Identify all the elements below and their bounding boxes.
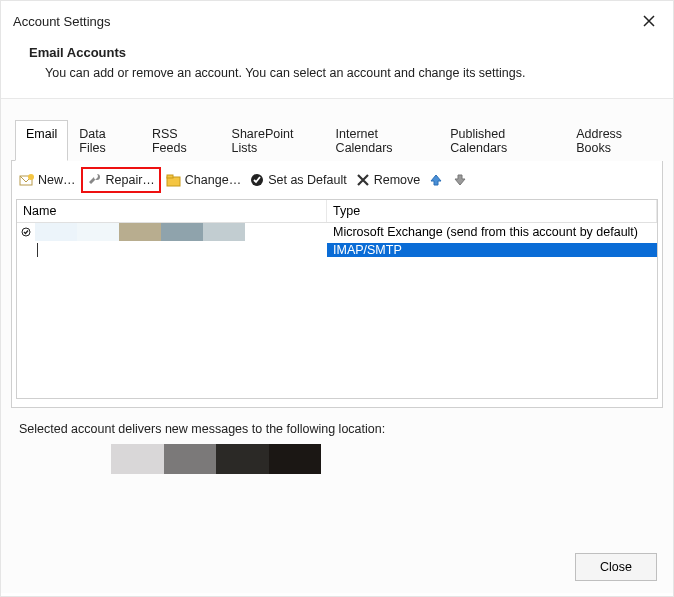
move-down-button[interactable]	[449, 170, 471, 190]
check-circle-icon	[249, 172, 265, 188]
default-account-icon	[17, 227, 35, 237]
swatch	[203, 223, 245, 241]
tab-internet-calendars[interactable]: Internet Calendars	[325, 120, 440, 161]
x-icon	[355, 172, 371, 188]
remove-label: Remove	[374, 173, 421, 187]
repair-button[interactable]: Repair…	[84, 170, 158, 190]
change-button[interactable]: Change…	[163, 170, 244, 190]
titlebar: Account Settings	[1, 1, 673, 37]
account-name-redacted	[35, 223, 327, 241]
remove-button[interactable]: Remove	[352, 170, 424, 190]
column-name[interactable]: Name	[17, 200, 327, 222]
tab-rss-feeds[interactable]: RSS Feeds	[141, 120, 221, 161]
folder-change-icon	[166, 172, 182, 188]
svg-point-1	[28, 174, 34, 180]
wrench-icon	[87, 172, 103, 188]
svg-rect-3	[167, 175, 173, 178]
delivery-message: Selected account delivers new messages t…	[11, 408, 663, 444]
swatch	[216, 444, 269, 474]
dialog-body: Email Data Files RSS Feeds SharePoint Li…	[1, 98, 673, 593]
text-caret	[37, 243, 38, 257]
swatch	[77, 223, 119, 241]
header-description: You can add or remove an account. You ca…	[29, 66, 645, 80]
account-settings-window: Account Settings Email Accounts You can …	[0, 0, 674, 597]
header-block: Email Accounts You can add or remove an …	[1, 37, 673, 98]
arrow-up-icon	[428, 172, 444, 188]
repair-label: Repair…	[106, 173, 155, 187]
new-button[interactable]: New…	[16, 170, 79, 190]
account-type: IMAP/SMTP	[327, 243, 657, 257]
account-name-cell	[35, 243, 327, 257]
swatch	[161, 223, 203, 241]
change-label: Change…	[185, 173, 241, 187]
tab-address-books[interactable]: Address Books	[565, 120, 663, 161]
toolbar: New… Repair… Change…	[12, 165, 662, 199]
new-label: New…	[38, 173, 76, 187]
swatch	[35, 223, 77, 241]
move-up-button[interactable]	[425, 170, 447, 190]
tab-sharepoint-lists[interactable]: SharePoint Lists	[221, 120, 325, 161]
swatch	[119, 223, 161, 241]
delivery-location-redacted	[111, 444, 321, 474]
table-row[interactable]: Microsoft Exchange (send from this accou…	[17, 223, 657, 241]
tab-email[interactable]: Email	[15, 120, 68, 161]
set-default-label: Set as Default	[268, 173, 347, 187]
envelope-new-icon	[19, 172, 35, 188]
tab-data-files[interactable]: Data Files	[68, 120, 141, 161]
swatch	[111, 444, 164, 474]
table-row[interactable]: IMAP/SMTP	[17, 241, 657, 259]
repair-highlight: Repair…	[81, 167, 161, 193]
swatch	[269, 444, 322, 474]
set-default-button[interactable]: Set as Default	[246, 170, 350, 190]
window-title: Account Settings	[13, 14, 111, 29]
column-type[interactable]: Type	[327, 200, 657, 222]
account-list[interactable]: Name Type	[16, 199, 658, 399]
header-title: Email Accounts	[29, 45, 645, 60]
arrow-down-icon	[452, 172, 468, 188]
swatch	[164, 444, 217, 474]
close-icon[interactable]	[637, 9, 661, 33]
list-header: Name Type	[17, 200, 657, 223]
tab-panel-email: New… Repair… Change…	[11, 161, 663, 408]
dialog-footer: Close	[575, 553, 657, 581]
tab-published-calendars[interactable]: Published Calendars	[439, 120, 565, 161]
account-type: Microsoft Exchange (send from this accou…	[327, 225, 657, 239]
tab-strip: Email Data Files RSS Feeds SharePoint Li…	[11, 119, 663, 161]
close-button[interactable]: Close	[575, 553, 657, 581]
